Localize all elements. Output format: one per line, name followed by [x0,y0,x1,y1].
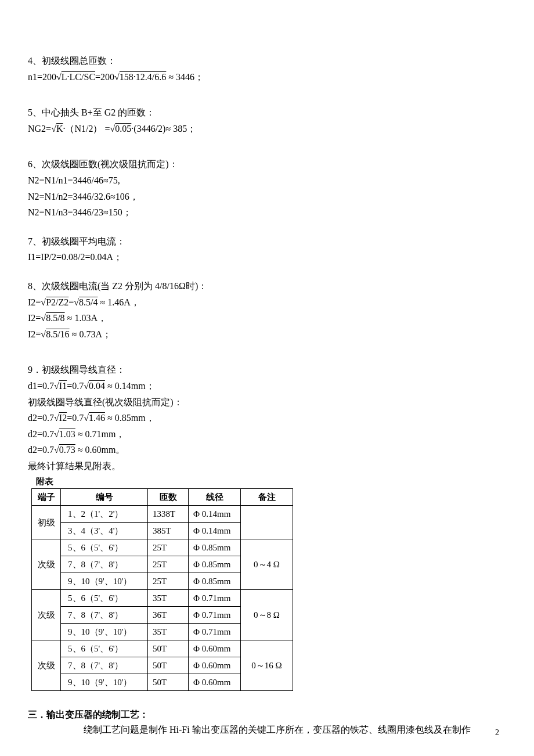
formula-part: ≈ 0.85mm， [105,413,155,423]
table-row: 次级5、6（5'、6'）25TΦ 0.85mm0～4 Ω [32,539,293,556]
table-cell-duanzi: 初级 [32,506,61,539]
table-cell-bianhao: 5、6（5'、6'） [61,590,148,607]
table-cell-beizhu [241,506,293,539]
formula-sqrt: 8.5/8 [46,313,64,323]
table-cell-xianjing: Φ 0.14mm [189,523,241,539]
table-row: 次级5、6（5'、6'）35TΦ 0.71mm0～8 Ω [32,590,293,607]
table-cell-bianhao: 5、6（5'、6'） [61,539,148,556]
formula-part: n1=200√ [28,72,62,82]
table-cell-xianjing: Φ 0.85mm [189,573,241,590]
table-cell-duanzi: 次级 [32,640,61,691]
table-cell-bianhao: 5、6（5'、6'） [61,640,148,657]
table-cell-beizhu: 0～16 Ω [241,640,293,691]
formula-part: I2=√ [28,313,46,323]
table-cell-xianjing: Φ 0.85mm [189,539,241,556]
formula-part: ≈ 0.14mm； [105,381,155,391]
formula-sqrt: I1 [59,381,67,391]
table-cell-xianjing: Φ 0.14mm [189,506,241,523]
section-9-formula-1: d1=0.7√I1=0.7√0.04 ≈ 0.14mm； [28,379,506,394]
section-6-line-3: N2=N1/n3=3446/23≈150； [28,205,506,220]
table-cell-xianjing: Φ 0.60mm [189,657,241,674]
section-4-formula: n1=200√L·LC/SC=200√158·12.4/6.6 ≈ 3446； [28,70,506,85]
result-line: 最终计算结果见附表。 [28,459,506,474]
formula-part: ≈ 3446； [166,72,204,82]
table-cell-zashu: 25T [148,573,189,590]
table-cell-zashu: 1338T [148,506,189,523]
table-header-duanzi: 端子 [32,489,61,506]
formula-sqrt: 8.5/16 [46,329,69,339]
formula-part: d2=0.7√ [28,413,59,423]
section-8-heading: 8、次级线圈电流(当 Z2 分别为 4/8/16Ω时)： [28,279,506,294]
table-cell-zashu: 36T [148,607,189,624]
table-cell-zashu: 25T [148,556,189,573]
table-caption: 附表 [31,474,506,488]
section-9-heading: 9．初级线圈导线直径： [28,362,506,377]
table-cell-zashu: 50T [148,640,189,657]
formula-part: ≈ 0.60mm。 [75,445,125,455]
table-cell-duanzi: 次级 [32,590,61,640]
table-header-row: 端子 编号 匝数 线径 备注 [32,489,293,506]
table-cell-bianhao: 3、4（3'、4'） [61,523,148,539]
table-cell-xianjing: Φ 0.60mm [189,674,241,691]
section-5-formula: NG2=√K·（N1/2） =√0.05·(3446/2)≈ 385； [28,121,506,136]
table-cell-beizhu: 0～8 Ω [241,590,293,640]
formula-part: =200√ [95,72,120,82]
formula-part: d2=0.7√ [28,429,59,439]
formula-part: ≈ 0.71mm， [75,429,125,439]
results-table: 端子 编号 匝数 线径 备注 初级1、2（1'、2'）1338TΦ 0.14mm… [31,488,293,691]
table-cell-bianhao: 9、10（9'、10'） [61,573,148,590]
table-cell-bianhao: 9、10（9'、10'） [61,674,148,691]
formula-sqrt: 1.46 [89,413,105,423]
section-6-heading: 6、次级线圈匝数(视次级阻抗而定)： [28,157,506,172]
table-cell-zashu: 50T [148,674,189,691]
formula-part: NG2=√ [28,124,56,134]
formula-sqrt: I2 [59,413,67,423]
section-9-formula-4: d2=0.7√0.73 ≈ 0.60mm。 [28,442,506,458]
formula-sqrt: 158·12.4/6.6 [120,72,166,82]
section-9-formula-2: d2=0.7√I2=0.7√1.46 ≈ 0.85mm， [28,411,506,426]
section-8-formula-3: I2=√8.5/16 ≈ 0.73A； [28,327,506,342]
table-cell-xianjing: Φ 0.71mm [189,607,241,624]
formula-sqrt: 0.04 [89,381,105,391]
table-cell-zashu: 35T [148,590,189,607]
table-header-beizhu: 备注 [241,489,293,506]
table-cell-duanzi: 次级 [32,539,61,590]
table-row: 次级5、6（5'、6'）50TΦ 0.60mm0～16 Ω [32,640,293,657]
section-3-body: 绕制工艺问题是制作 Hi-Fi 输出变压器的关键工序所在，变压器的铁芯、线圈用漆… [28,722,506,737]
section-6-line-1: N2=N1/n1=3446/46≈75, [28,173,506,188]
table-cell-bianhao: 7、8（7'、8'） [61,657,148,674]
formula-sqrt: K [56,124,63,134]
formula-sqrt: P2/Z2 [46,297,68,307]
table-cell-bianhao: 9、10（9'、10'） [61,624,148,640]
table-header-xianjing: 线径 [189,489,241,506]
formula-sqrt: 0.73 [59,445,75,455]
table-cell-xianjing: Φ 0.60mm [189,640,241,657]
table-cell-zashu: 35T [148,624,189,640]
formula-part: d2=0.7√ [28,445,59,455]
formula-sqrt: 8.5/4 [79,297,98,307]
section-3-title: 三．输出变压器的绕制工艺： [28,707,506,722]
formula-part: ≈ 0.73A； [70,329,111,339]
table-cell-bianhao: 1、2（1'、2'） [61,506,148,523]
formula-part: I2=√ [28,297,46,307]
table-cell-zashu: 25T [148,539,189,556]
table-cell-xianjing: Φ 0.71mm [189,624,241,640]
table-row: 初级1、2（1'、2'）1338TΦ 0.14mm [32,506,293,523]
formula-part: =0.7√ [67,413,89,423]
table-cell-beizhu: 0～4 Ω [241,539,293,590]
section-6-line-2: N2=N1/n2=3446/32.6≈106， [28,189,506,204]
table-cell-zashu: 385T [148,523,189,539]
section-5-heading: 5、中心抽头 B+至 G2 的匝数： [28,105,506,120]
formula-sqrt: L·LC/SC [62,72,95,82]
section-8-formula-2: I2=√8.5/8 ≈ 1.03A， [28,311,506,326]
formula-part: ·(3446/2)≈ 385； [131,124,196,134]
formula-part: ≈ 1.46A， [98,297,140,307]
table-cell-bianhao: 7、8（7'、8'） [61,607,148,624]
table-cell-bianhao: 7、8（7'、8'） [61,556,148,573]
formula-part: ·（N1/2） =√ [63,124,115,134]
section-7-line-1: I1=IP/2=0.08/2=0.04A； [28,250,506,265]
section-9-subheading: 初级线圈导线直径(视次级阻抗而定)： [28,395,506,410]
table-cell-xianjing: Φ 0.85mm [189,556,241,573]
page-number: 2 [495,726,499,739]
formula-sqrt: 1.03 [59,429,75,439]
